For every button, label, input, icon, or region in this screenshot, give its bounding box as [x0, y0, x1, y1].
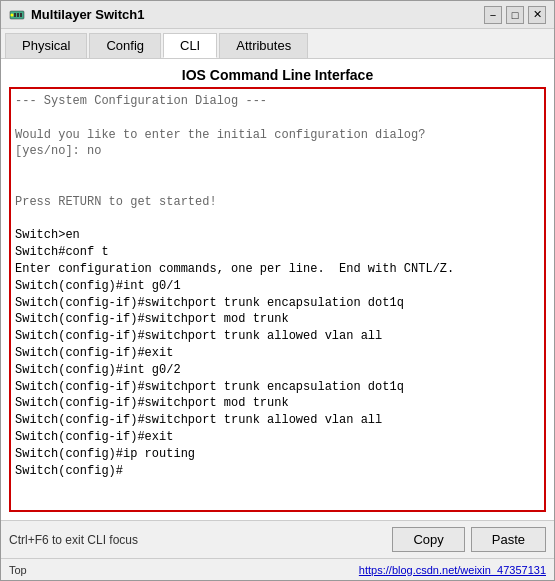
status-link[interactable]: https://blog.csdn.net/weixin_47357131	[359, 564, 546, 576]
shortcut-label: Ctrl+F6 to exit CLI focus	[9, 533, 138, 547]
cli-terminal[interactable]: --- System Configuration Dialog --- Woul…	[9, 87, 546, 512]
tab-cli[interactable]: CLI	[163, 33, 217, 58]
tab-attributes[interactable]: Attributes	[219, 33, 308, 58]
maximize-button[interactable]: □	[506, 6, 524, 24]
title-bar: Multilayer Switch1 − □ ✕	[1, 1, 554, 29]
copy-button[interactable]: Copy	[392, 527, 464, 552]
close-button[interactable]: ✕	[528, 6, 546, 24]
main-window: Multilayer Switch1 − □ ✕ Physical Config…	[0, 0, 555, 581]
main-content: IOS Command Line Interface --- System Co…	[1, 59, 554, 520]
action-buttons: Copy Paste	[392, 527, 546, 552]
switch-icon	[9, 7, 25, 23]
title-controls: − □ ✕	[484, 6, 546, 24]
svg-point-1	[11, 13, 14, 16]
ios-title: IOS Command Line Interface	[9, 67, 546, 83]
svg-rect-4	[20, 13, 22, 17]
tab-bar: Physical Config CLI Attributes	[1, 29, 554, 59]
bottom-bar: Ctrl+F6 to exit CLI focus Copy Paste	[1, 520, 554, 558]
tab-physical[interactable]: Physical	[5, 33, 87, 58]
title-left: Multilayer Switch1	[9, 7, 144, 23]
tab-config[interactable]: Config	[89, 33, 161, 58]
svg-rect-3	[17, 13, 19, 17]
paste-button[interactable]: Paste	[471, 527, 546, 552]
minimize-button[interactable]: −	[484, 6, 502, 24]
svg-rect-2	[14, 13, 16, 17]
status-bar: Top https://blog.csdn.net/weixin_4735713…	[1, 558, 554, 580]
status-left: Top	[9, 564, 27, 576]
window-title: Multilayer Switch1	[31, 7, 144, 22]
